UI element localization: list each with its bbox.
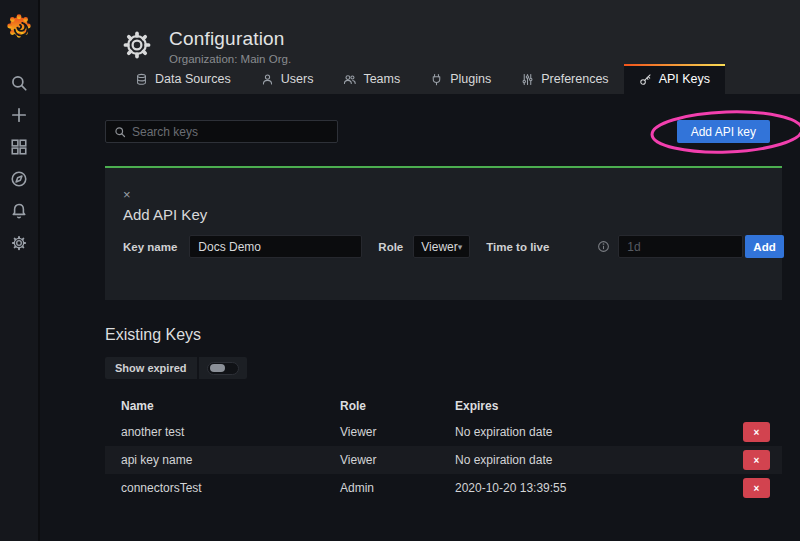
ttl-label: Time to live: [486, 241, 549, 253]
chevron-down-icon: ▾: [458, 242, 463, 252]
main-area: Configuration Organization: Main Org. Da…: [40, 0, 800, 541]
search-icon: [114, 126, 126, 138]
tab-label: Users: [281, 72, 314, 86]
key-icon: [639, 73, 652, 86]
role-select[interactable]: Viewer ▾: [413, 235, 470, 258]
key-role-cell: Admin: [340, 481, 455, 495]
tab-label: Teams: [363, 72, 400, 86]
grafana-logo[interactable]: [0, 0, 39, 52]
add-key-form: Key name Role Viewer ▾ Time to live: [123, 235, 764, 258]
tab-teams[interactable]: Teams: [328, 64, 415, 94]
role-label: Role: [378, 241, 403, 253]
key-expires-cell: No expiration date: [455, 453, 743, 467]
toolbar: Add API key: [105, 120, 782, 143]
grafana-logo-icon: [6, 13, 32, 39]
existing-keys-title: Existing Keys: [105, 326, 782, 344]
panel-title: Add API Key: [123, 206, 764, 223]
delete-key-button[interactable]: ×: [743, 422, 770, 442]
tab-data-sources[interactable]: Data Sources: [120, 64, 246, 94]
api-keys-table: Name Role Expires another test Viewer No…: [105, 393, 782, 502]
ttl-input[interactable]: [618, 235, 743, 258]
page-header: Configuration Organization: Main Org.: [40, 0, 800, 64]
search-keys-input[interactable]: [132, 121, 337, 142]
info-icon[interactable]: [597, 240, 610, 253]
key-expires-cell: No expiration date: [455, 425, 743, 439]
close-icon[interactable]: ×: [123, 190, 135, 200]
key-role-cell: Viewer: [340, 425, 455, 439]
sidebar-menu: [10, 74, 28, 252]
tab-bar: Data Sources Users: [40, 64, 800, 94]
tab-label: API Keys: [659, 72, 710, 86]
add-api-key-button[interactable]: Add API key: [677, 120, 770, 143]
col-header-expires: Expires: [455, 399, 743, 413]
add-api-key-button-wrap: Add API key: [677, 120, 770, 143]
tab-label: Preferences: [541, 72, 608, 86]
delete-key-button[interactable]: ×: [743, 450, 770, 470]
show-expired-toggle[interactable]: [199, 357, 247, 379]
configuration-gear-icon[interactable]: [10, 234, 28, 252]
table-row: connectorsTest Admin 2020-10-20 13:39:55…: [105, 474, 782, 502]
plus-icon[interactable]: [10, 106, 28, 124]
add-submit-button[interactable]: Add: [745, 235, 783, 258]
explore-compass-icon[interactable]: [10, 170, 28, 188]
page-title-block: Configuration Organization: Main Org.: [169, 28, 291, 65]
table-row: api key name Viewer No expiration date ×: [105, 446, 782, 474]
toggle-knob: [210, 364, 225, 372]
add-api-key-panel: × Add API Key Key name Role Viewer ▾ Tim…: [105, 166, 782, 300]
page-title: Configuration: [169, 28, 291, 50]
tab-plugins[interactable]: Plugins: [415, 64, 506, 94]
grafana-app: Configuration Organization: Main Org. Da…: [0, 0, 800, 541]
sidebar: [0, 0, 40, 541]
tab-users[interactable]: Users: [246, 64, 329, 94]
user-icon: [261, 73, 274, 86]
key-name-input[interactable]: [189, 235, 362, 258]
tab-label: Data Sources: [155, 72, 231, 86]
key-name-cell: connectorsTest: [105, 481, 340, 495]
key-name-cell: api key name: [105, 453, 340, 467]
key-role-cell: Viewer: [340, 453, 455, 467]
tab-preferences[interactable]: Preferences: [506, 64, 623, 94]
key-name-cell: another test: [105, 425, 340, 439]
col-header-name: Name: [105, 399, 340, 413]
table-row: another test Viewer No expiration date ×: [105, 418, 782, 446]
show-expired-label: Show expired: [105, 357, 197, 379]
search-icon[interactable]: [10, 74, 28, 92]
page-header-band: Configuration Organization: Main Org. Da…: [40, 0, 800, 94]
dashboards-grid-icon[interactable]: [10, 138, 28, 156]
col-header-role: Role: [340, 399, 455, 413]
key-expires-cell: 2020-10-20 13:39:55: [455, 481, 743, 495]
database-icon: [135, 73, 148, 86]
sliders-icon: [521, 73, 534, 86]
alerting-bell-icon[interactable]: [10, 202, 28, 220]
tab-api-keys[interactable]: API Keys: [624, 64, 725, 94]
tab-label: Plugins: [450, 72, 491, 86]
toggle-track: [207, 362, 239, 375]
table-header-row: Name Role Expires: [105, 393, 782, 418]
search-keys-box: [105, 120, 338, 143]
gear-icon: [120, 28, 154, 62]
role-selected-value: Viewer: [421, 240, 457, 254]
key-name-label: Key name: [123, 241, 177, 253]
api-keys-page: Add API key × Add API Key Key name Role …: [40, 94, 800, 541]
plug-icon: [430, 73, 443, 86]
show-expired-control: Show expired: [105, 357, 782, 379]
delete-key-button[interactable]: ×: [743, 478, 770, 498]
users-icon: [343, 73, 356, 86]
